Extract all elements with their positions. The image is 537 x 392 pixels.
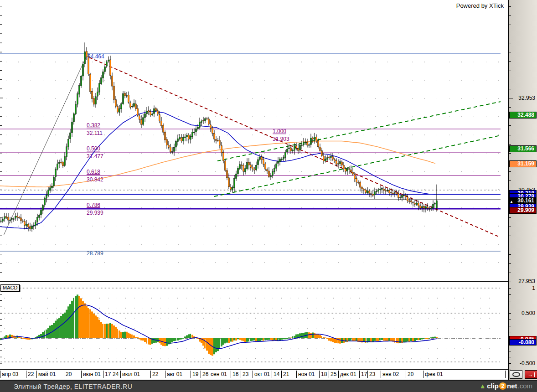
- scale-tick: [509, 276, 511, 276]
- fib-value-label: 31.903: [273, 136, 289, 142]
- scale-tick: [509, 263, 511, 264]
- link-tool-button[interactable]: [510, 370, 522, 379]
- axis-separator: [64, 371, 64, 378]
- price-scale-sidebar[interactable]: → 32.95330.45327.95310.500-0.50032.48831…: [508, 0, 537, 380]
- axis-separator: [281, 371, 282, 378]
- axis-date-label: 22: [28, 371, 34, 377]
- scale-tick: [509, 326, 511, 326]
- axis-separator: [209, 371, 209, 378]
- axis-date-label: май 01: [38, 371, 56, 377]
- axis-separator: [381, 371, 381, 378]
- level-label: 34.464: [88, 53, 104, 60]
- axis-date-label: 20: [66, 371, 72, 377]
- axis-date-label: фев 01: [425, 371, 443, 377]
- price-badge: -0.080: [509, 339, 537, 346]
- axis-separator: [406, 371, 406, 378]
- footer-bar: Элитный Трейдер, ELITETRADER.RU ▲clip2ne…: [0, 380, 537, 392]
- scale-tick: [509, 89, 511, 89]
- axis-separator: [26, 371, 26, 378]
- scale-tick: [509, 301, 511, 301]
- axis-date-label: сен 01: [211, 371, 227, 377]
- scale-tick: [509, 25, 511, 25]
- axis-separator: [36, 371, 37, 378]
- axis-separator: [231, 371, 231, 378]
- scale-value-label: 0.500: [522, 310, 535, 316]
- time-axis: апр 0322май 0120июн 011724июл 0122авг 01…: [0, 369, 508, 380]
- fib-ratio-label: 0.500: [87, 145, 100, 152]
- macd-chart-canvas[interactable]: [0, 282, 508, 369]
- fib-ratio-label: 1.000: [273, 128, 286, 134]
- axis-separator: [505, 371, 506, 378]
- axis-separator: [423, 371, 423, 378]
- price-chart-canvas[interactable]: 0.38232.1110.50031.4770.61830.8420.78629…: [0, 0, 508, 282]
- fib-ratio-label: 0.618: [87, 169, 100, 175]
- footer-brand-text: Элитный Трейдер, ELITETRADER.RU: [14, 383, 132, 390]
- chart-panel[interactable]: 0.38232.1110.50031.4770.61830.8420.78629…: [0, 0, 508, 369]
- watermark-clip: clip: [487, 382, 499, 390]
- axis-separator: [338, 371, 339, 378]
- axis-date-label: 23: [369, 371, 375, 377]
- axis-separator: [367, 371, 368, 378]
- axis-date-label: ноя 01: [298, 371, 315, 377]
- axis-separator: [253, 371, 253, 378]
- axis-separator: [272, 371, 272, 378]
- scale-tick: [509, 363, 511, 364]
- scale-tick: [509, 125, 511, 126]
- scale-value-label: 1: [532, 285, 535, 291]
- axis-separator: [191, 371, 191, 378]
- scale-tick: [509, 52, 511, 52]
- scale-tick: [509, 43, 511, 43]
- powered-by-label: Powered by XTick: [0, 2, 504, 9]
- axis-separator: [329, 371, 329, 378]
- scale-tick: [509, 80, 511, 80]
- fib-value-label: 31.477: [87, 153, 103, 160]
- axis-separator: [241, 371, 241, 378]
- axis-separator: [319, 371, 320, 378]
- watermark-2-badge: 2: [499, 382, 506, 390]
- fib-value-label: 32.111: [87, 130, 103, 136]
- scale-tick: [509, 6, 511, 7]
- link-icon: [512, 372, 520, 377]
- axis-separator: [150, 371, 151, 378]
- axis-date-label: авг 01: [167, 371, 182, 377]
- price-badge: 32.488: [509, 112, 537, 119]
- level-label: 28.789: [87, 250, 103, 257]
- scale-tick: [509, 245, 511, 245]
- scale-tick: [509, 171, 511, 172]
- arrow-into-bar-icon: →: [528, 372, 535, 377]
- axis-separator: [81, 371, 82, 378]
- scale-tick: [509, 294, 511, 295]
- axis-date-label: дек 01: [340, 371, 356, 377]
- axis-date-label: 14: [274, 371, 279, 377]
- axis-date-label: 22: [152, 371, 158, 377]
- clip2net-watermark[interactable]: ▲clip2net.com: [480, 382, 532, 390]
- price-badge: 29.909: [509, 207, 537, 214]
- scale-tick: [509, 313, 511, 314]
- fib-ratio-label: 0.382: [87, 122, 100, 129]
- scale-tick: [509, 370, 511, 370]
- axis-date-label: 16: [232, 371, 238, 377]
- axis-separator: [103, 371, 103, 378]
- scale-value-label: 27.953: [518, 278, 535, 284]
- axis-separator: [359, 371, 360, 378]
- watermark-net: net: [507, 382, 517, 390]
- axis-separator: [165, 371, 165, 378]
- scale-tick: [509, 351, 511, 351]
- axis-date-label: янв 02: [382, 371, 399, 377]
- export-button[interactable]: →: [525, 370, 537, 379]
- scale-tick: [509, 71, 511, 71]
- fib-value-label: 30.842: [87, 176, 103, 183]
- price-badge: 31.159: [509, 160, 537, 167]
- fib-value-label: 29.939: [87, 210, 103, 216]
- macd-indicator-button[interactable]: MACD: [0, 284, 20, 292]
- watermark-com: .com: [517, 382, 532, 390]
- axis-separator: [111, 371, 111, 378]
- scale-tick: [509, 135, 511, 135]
- axis-date-label: 25: [330, 371, 336, 377]
- price-badge: 31.566: [509, 145, 537, 152]
- scale-tick: [509, 254, 511, 255]
- scale-tick: [509, 15, 511, 16]
- scale-tick: [509, 144, 511, 144]
- scale-tick: [509, 217, 511, 218]
- scale-tick: [509, 181, 511, 181]
